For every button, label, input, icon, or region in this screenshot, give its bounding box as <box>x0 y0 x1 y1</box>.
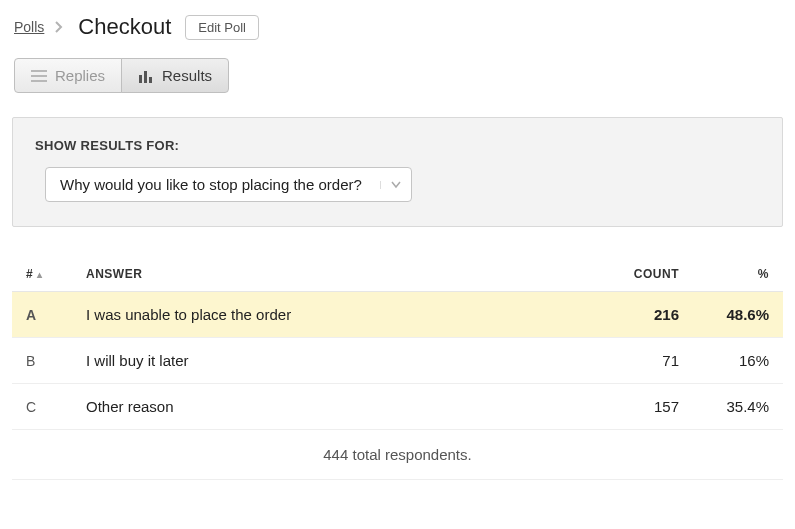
row-percent: 16% <box>693 338 783 384</box>
chevron-right-icon <box>54 20 64 34</box>
breadcrumb: Polls Checkout Edit Poll <box>12 14 783 40</box>
total-respondents: 444 total respondents. <box>12 430 783 480</box>
results-table: #▴ ANSWER COUNT % AI was unable to place… <box>12 257 783 430</box>
col-header-count[interactable]: COUNT <box>603 257 693 292</box>
row-answer: I was unable to place the order <box>72 292 603 338</box>
page-title: Checkout <box>78 14 171 40</box>
row-index: A <box>12 292 72 338</box>
table-row: AI was unable to place the order21648.6% <box>12 292 783 338</box>
row-count: 71 <box>603 338 693 384</box>
breadcrumb-root-link[interactable]: Polls <box>14 19 44 35</box>
svg-rect-3 <box>139 75 142 83</box>
bar-chart-icon <box>138 69 154 83</box>
table-row: COther reason15735.4% <box>12 384 783 430</box>
question-select-value: Why would you like to stop placing the o… <box>60 176 380 193</box>
tab-results[interactable]: Results <box>121 58 229 93</box>
row-percent: 48.6% <box>693 292 783 338</box>
col-header-index[interactable]: #▴ <box>12 257 72 292</box>
table-row: BI will buy it later7116% <box>12 338 783 384</box>
row-index: B <box>12 338 72 384</box>
filter-heading: SHOW RESULTS FOR: <box>35 138 760 153</box>
sort-asc-icon: ▴ <box>37 269 43 280</box>
col-header-answer[interactable]: ANSWER <box>72 257 603 292</box>
row-answer: I will buy it later <box>72 338 603 384</box>
results-filter-panel: SHOW RESULTS FOR: Why would you like to … <box>12 117 783 227</box>
question-select[interactable]: Why would you like to stop placing the o… <box>45 167 412 202</box>
edit-poll-button[interactable]: Edit Poll <box>185 15 259 40</box>
chevron-down-icon <box>380 181 401 189</box>
svg-rect-4 <box>144 71 147 83</box>
col-header-percent[interactable]: % <box>693 257 783 292</box>
svg-rect-5 <box>149 77 152 83</box>
tabs: Replies Results <box>12 58 783 93</box>
row-percent: 35.4% <box>693 384 783 430</box>
tab-replies-label: Replies <box>55 67 105 84</box>
tab-results-label: Results <box>162 67 212 84</box>
row-answer: Other reason <box>72 384 603 430</box>
svg-rect-2 <box>31 80 47 82</box>
row-index: C <box>12 384 72 430</box>
row-count: 157 <box>603 384 693 430</box>
svg-rect-0 <box>31 70 47 72</box>
row-count: 216 <box>603 292 693 338</box>
svg-rect-1 <box>31 75 47 77</box>
tab-replies[interactable]: Replies <box>14 58 122 93</box>
list-icon <box>31 69 47 83</box>
